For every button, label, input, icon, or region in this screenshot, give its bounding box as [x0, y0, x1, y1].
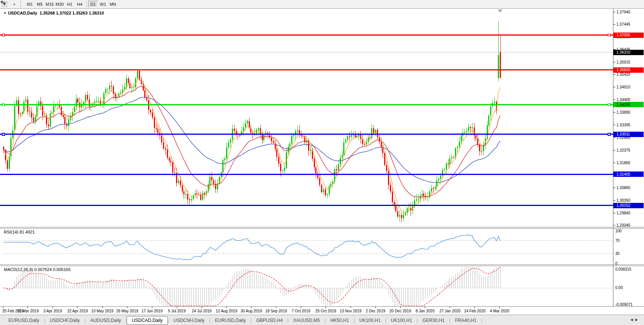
objects-icon — [0, 0, 6, 5]
svg-text:70: 70 — [615, 238, 620, 243]
chart-tab-bar: EURUSD,Daily|USDCHF,Daily|AUDUSD,Daily|U… — [0, 315, 644, 325]
timeframe-d1[interactable]: D1 — [88, 1, 98, 8]
svg-text:0.00: 0.00 — [615, 286, 623, 290]
timeframe-w1[interactable]: W1 — [98, 1, 108, 8]
price-badge-1.34206: 1.34206 — [616, 103, 631, 107]
svg-text:29 May 2019: 29 May 2019 — [116, 309, 138, 313]
chevron-down-icon: ▼ — [13, 3, 16, 6]
price-badge-1.35606: 1.35606 — [616, 68, 631, 72]
svg-text:1.33395: 1.33395 — [616, 123, 631, 127]
timeframe-h1[interactable]: H1 — [65, 1, 75, 8]
svg-text:1.35420: 1.35420 — [616, 72, 631, 77]
timeframe-h4[interactable]: H4 — [75, 1, 85, 8]
timeframe-m1[interactable]: M1 — [25, 1, 35, 8]
chart-tab-usdcad-daily[interactable]: USDCAD,Daily — [127, 316, 168, 325]
svg-text:22 Apr 2019: 22 Apr 2019 — [67, 309, 88, 313]
chart-tab-gbpusd-h4[interactable]: GBPUSD,H4 — [252, 317, 287, 324]
svg-text:1.32375: 1.32375 — [616, 148, 631, 152]
svg-text:7 Oct 2019: 7 Oct 2019 — [292, 309, 310, 313]
price-badge-1.30152: 1.30152 — [616, 203, 631, 207]
chart-tab-eurusd-daily[interactable]: EURUSD,Daily — [210, 317, 251, 324]
svg-text:0.008315: 0.008315 — [615, 267, 631, 271]
svg-text:14 Feb 2020: 14 Feb 2020 — [464, 309, 486, 313]
chart-dropdown-icon[interactable]: ▼ — [3, 11, 7, 15]
tab-scroll-arrows: ◀▶ — [630, 318, 640, 322]
svg-text:1.37445: 1.37445 — [616, 22, 631, 26]
svg-text:1.33890: 1.33890 — [616, 110, 631, 114]
svg-text:4 Mar 2020: 4 Mar 2020 — [490, 309, 509, 313]
svg-text:15 Mar 2019: 15 Mar 2019 — [17, 309, 39, 313]
svg-text:5 Jul 2019: 5 Jul 2019 — [168, 309, 186, 313]
chart-tab-eurusd-daily[interactable]: EURUSD,Daily — [4, 317, 44, 324]
svg-text:1.29840: 1.29840 — [616, 211, 631, 215]
svg-text:1.35915: 1.35915 — [616, 60, 631, 64]
chart-ohlc-values: 1.35268 1.37022 1.35263 1.36310 — [39, 11, 104, 15]
svg-text:20 Dec 2019: 20 Dec 2019 — [390, 309, 411, 313]
price-badge-1.33011: 1.33011 — [616, 132, 630, 136]
svg-text:1.30350: 1.30350 — [616, 198, 631, 203]
mt4-window: { "toolbar": { "text_tool_label": "T", "… — [0, 0, 644, 325]
price-badge-1.31405: 1.31405 — [616, 172, 631, 176]
svg-text:1.29345: 1.29345 — [616, 223, 631, 227]
chart-tab-xauusd-m5[interactable]: XAUUSD,M5 — [289, 317, 324, 324]
svg-text:1.30860: 1.30860 — [616, 186, 631, 190]
svg-text:24 Jul 2019: 24 Jul 2019 — [192, 309, 212, 313]
price-badge-1.36310: 1.36310 — [616, 50, 631, 54]
timeframe-m5[interactable]: M5 — [35, 1, 45, 8]
top-toolbar: T ▼ M1M5M15M30H1H4D1W1MN — [0, 0, 644, 9]
svg-text:12 Aug 2019: 12 Aug 2019 — [216, 309, 238, 313]
tab-scroll-right-icon[interactable]: ▶ — [635, 318, 640, 322]
macd-indicator-label: MACD(12,26,9) 0.007524 0.005165 — [4, 267, 70, 272]
rsi-indicator-label: RSI(14) 81.4921 — [4, 230, 35, 234]
svg-text:30: 30 — [615, 252, 620, 256]
tab-scroll-left-icon[interactable]: ◀ — [630, 318, 635, 322]
svg-text:17 Jun 2019: 17 Jun 2019 — [142, 309, 163, 313]
svg-text:25 Oct 2019: 25 Oct 2019 — [315, 309, 336, 313]
svg-text:1.34910: 1.34910 — [616, 85, 631, 89]
objects-dropdown-button[interactable]: ▼ — [10, 1, 18, 8]
svg-text:-0.009071: -0.009071 — [615, 302, 633, 307]
chart-tab-ger30-h1[interactable]: GER30,H1 — [418, 317, 449, 324]
svg-text:18 Sep 2019: 18 Sep 2019 — [265, 309, 287, 313]
svg-text:10 May 2019: 10 May 2019 — [91, 309, 114, 313]
svg-text:1.37940: 1.37940 — [616, 10, 631, 14]
timeframe-mn[interactable]: MN — [108, 1, 118, 8]
price-badge-1.37005: 1.37005 — [616, 33, 631, 37]
svg-text:13 Nov 2019: 13 Nov 2019 — [340, 309, 362, 313]
chart-tab-hk50-h1[interactable]: HK50,H1 — [326, 317, 354, 324]
svg-text:30 Aug 2019: 30 Aug 2019 — [241, 309, 262, 313]
price-chart-canvas[interactable]: 1.379401.374451.369351.364251.359151.354… — [0, 0, 644, 325]
svg-text:1.34400: 1.34400 — [616, 98, 631, 102]
svg-text:1.31865: 1.31865 — [616, 161, 631, 165]
timeframe-group: M1M5M15M30H1H4D1W1MN — [25, 1, 118, 8]
svg-text:2 Dec 2019: 2 Dec 2019 — [366, 309, 386, 313]
toolbar-grip[interactable] — [20, 1, 23, 7]
chart-tab-fra40-h1[interactable]: FRA40,H1 — [450, 317, 481, 324]
chart-tab-uk100-h1[interactable]: UK100,H1 — [386, 317, 416, 324]
chart-tab-usdcnh-daily[interactable]: USDCNH,Daily — [169, 317, 209, 324]
timeframe-m30[interactable]: M30 — [55, 1, 65, 8]
svg-text:3 Apr 2019: 3 Apr 2019 — [44, 309, 62, 313]
svg-text:0: 0 — [615, 261, 618, 266]
svg-text:8 Jan 2020: 8 Jan 2020 — [416, 309, 435, 313]
timeframe-m15[interactable]: M15 — [45, 1, 55, 8]
svg-text:100: 100 — [615, 229, 622, 233]
chart-symbol: USDCAD,Daily — [8, 11, 37, 15]
chart-title: ▼USDCAD,Daily 1.35268 1.37022 1.35263 1.… — [3, 11, 104, 15]
chart-tab-usdchf-daily[interactable]: USDCHF,Daily — [45, 317, 85, 324]
svg-text:27 Jan 2020: 27 Jan 2020 — [439, 309, 460, 313]
chart-tab-uk100-h1[interactable]: UK100,H1 — [355, 317, 385, 324]
chart-tab-audusd-daily[interactable]: AUDUSD,Daily — [86, 317, 126, 324]
tab-separator: | — [481, 318, 482, 323]
